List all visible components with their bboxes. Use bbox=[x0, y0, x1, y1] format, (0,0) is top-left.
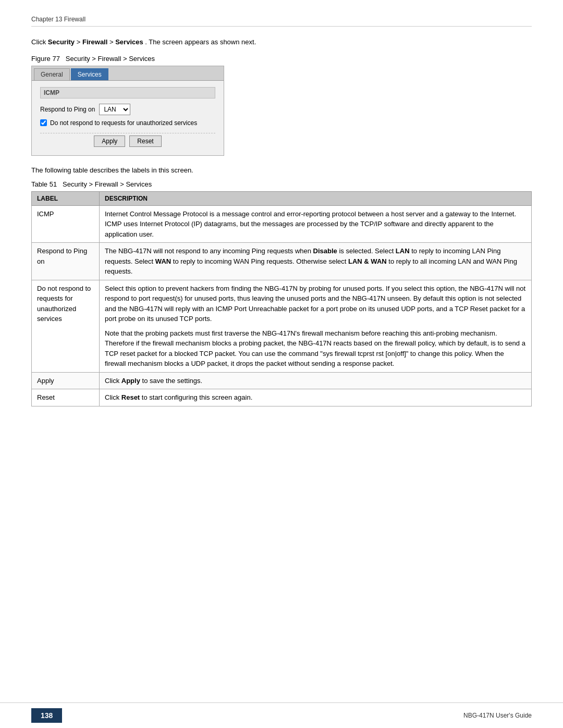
table-row: ICMP Internet Control Message Protocol i… bbox=[32, 205, 532, 243]
figure-label: Figure 77 Security > Firewall > Services bbox=[31, 55, 532, 63]
table-row: Reset Click Reset to start configuring t… bbox=[32, 389, 532, 406]
col-header-label: LABEL bbox=[32, 191, 100, 205]
row-desc-reset: Click Reset to start configuring this sc… bbox=[100, 389, 532, 406]
table-header-row: LABEL DESCRIPTION bbox=[32, 191, 532, 205]
intro-services: Services bbox=[115, 38, 143, 46]
col-header-description: DESCRIPTION bbox=[100, 191, 532, 205]
checkbox-label: Do not respond to requests for unauthori… bbox=[50, 119, 197, 127]
figure-title: Security > Firewall > Services bbox=[62, 55, 155, 63]
row-label-respond: Respond to Ping on bbox=[32, 243, 100, 280]
intro-paragraph: Click Security > Firewall > Services . T… bbox=[31, 37, 532, 47]
page-number: 138 bbox=[31, 708, 62, 723]
row-desc-apply: Click Apply to save the settings. bbox=[100, 372, 532, 389]
respond-ping-row: Respond to Ping on LAN bbox=[40, 104, 215, 115]
respond-ping-label: Respond to Ping on bbox=[40, 106, 95, 113]
checkbox-row: Do not respond to requests for unauthori… bbox=[40, 119, 215, 127]
chapter-header: Chapter 13 Firewall bbox=[31, 16, 532, 27]
page-footer: 138 NBG-417N User's Guide bbox=[0, 702, 563, 728]
icmp-section-label: ICMP bbox=[40, 87, 215, 98]
apply-button[interactable]: Apply bbox=[94, 135, 125, 147]
button-row: Apply Reset bbox=[40, 133, 215, 149]
tab-general[interactable]: General bbox=[34, 68, 70, 80]
tab-services[interactable]: Services bbox=[71, 68, 108, 80]
table-row: Apply Click Apply to save the settings. bbox=[32, 372, 532, 389]
footer-brand: NBG-417N User's Guide bbox=[463, 712, 532, 719]
following-text: The following table describes the labels… bbox=[31, 166, 532, 174]
row-label-dnr: Do not respond to requests for unauthori… bbox=[32, 280, 100, 372]
unauthorized-services-checkbox[interactable] bbox=[40, 119, 47, 126]
row-label-icmp: ICMP bbox=[32, 205, 100, 243]
table-number: Table 51 bbox=[31, 180, 57, 188]
intro-firewall: Firewall bbox=[82, 38, 107, 46]
table-row: Respond to Ping on The NBG-417N will not… bbox=[32, 243, 532, 280]
table-label: Table 51 Security > Firewall > Services bbox=[31, 180, 532, 188]
intro-gt1: > bbox=[77, 38, 82, 46]
ui-mockup: General Services ICMP Respond to Ping on… bbox=[31, 66, 224, 156]
intro-click: Click bbox=[31, 38, 48, 46]
row-desc-respond: The NBG-417N will not respond to any inc… bbox=[100, 243, 532, 280]
respond-ping-select[interactable]: LAN bbox=[99, 104, 130, 115]
row-desc-icmp: Internet Control Message Protocol is a m… bbox=[100, 205, 532, 243]
row-label-reset: Reset bbox=[32, 389, 100, 406]
ui-content: ICMP Respond to Ping on LAN Do not respo… bbox=[32, 81, 224, 155]
table-title: Security > Firewall > Services bbox=[59, 180, 152, 188]
reset-button[interactable]: Reset bbox=[129, 135, 161, 147]
page-wrapper: Chapter 13 Firewall Click Security > Fir… bbox=[0, 0, 563, 728]
description-table: LABEL DESCRIPTION ICMP Internet Control … bbox=[31, 191, 532, 406]
intro-security: Security bbox=[48, 38, 75, 46]
tab-bar: General Services bbox=[32, 66, 224, 81]
chapter-header-text: Chapter 13 Firewall bbox=[31, 16, 85, 23]
intro-gt2: > bbox=[109, 38, 115, 46]
intro-after: . The screen appears as shown next. bbox=[145, 38, 256, 46]
row-desc-dnr: Select this option to prevent hackers fr… bbox=[100, 280, 532, 372]
row-label-apply: Apply bbox=[32, 372, 100, 389]
figure-number: Figure 77 bbox=[31, 55, 60, 63]
table-row: Do not respond to requests for unauthori… bbox=[32, 280, 532, 372]
